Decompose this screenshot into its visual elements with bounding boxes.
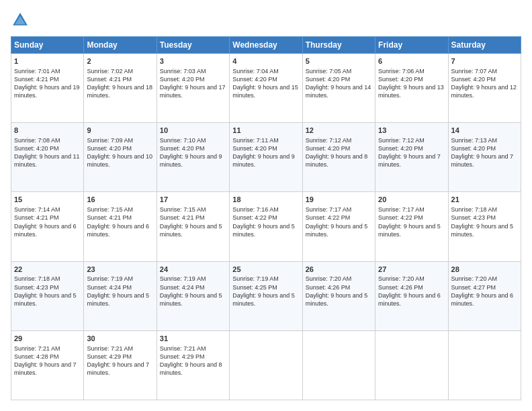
sunset: Sunset: 4:21 PM	[87, 76, 132, 83]
day-number: 13	[378, 126, 445, 136]
sunrise: Sunrise: 7:05 AM	[306, 68, 352, 75]
sunset: Sunset: 4:22 PM	[232, 214, 277, 221]
sunrise: Sunrise: 7:19 AM	[232, 275, 279, 282]
sunset: Sunset: 4:23 PM	[14, 284, 59, 291]
calendar-row: 29Sunrise: 7:21 AMSunset: 4:28 PMDayligh…	[11, 330, 521, 400]
daylight: Daylight: 9 hours and 19 minutes.	[14, 84, 80, 99]
day-number: 8	[14, 126, 81, 136]
calendar-cell: 28Sunrise: 7:20 AMSunset: 4:27 PMDayligh…	[448, 261, 521, 330]
day-number: 11	[232, 126, 299, 136]
sunrise: Sunrise: 7:07 AM	[451, 68, 498, 75]
daylight: Daylight: 9 hours and 15 minutes.	[232, 84, 298, 99]
sunrise: Sunrise: 7:16 AM	[232, 206, 279, 213]
calendar-cell	[448, 330, 521, 400]
sunset: Sunset: 4:21 PM	[160, 214, 205, 221]
daylight: Daylight: 9 hours and 9 minutes.	[160, 153, 222, 168]
day-number: 23	[87, 265, 153, 275]
calendar-cell: 20Sunrise: 7:17 AMSunset: 4:22 PMDayligh…	[375, 192, 448, 261]
calendar-cell	[230, 330, 302, 400]
daylight: Daylight: 9 hours and 7 minutes.	[451, 153, 514, 168]
calendar-cell: 16Sunrise: 7:15 AMSunset: 4:21 PMDayligh…	[84, 192, 157, 261]
day-number: 18	[232, 195, 299, 205]
sunset: Sunset: 4:22 PM	[306, 214, 351, 221]
sunset: Sunset: 4:20 PM	[14, 145, 59, 152]
calendar-cell: 24Sunrise: 7:19 AMSunset: 4:24 PMDayligh…	[157, 261, 229, 330]
col-header-friday: Friday	[375, 37, 448, 54]
sunrise: Sunrise: 7:21 AM	[14, 345, 60, 352]
sunset: Sunset: 4:24 PM	[87, 284, 132, 291]
day-number: 30	[87, 334, 153, 344]
sunrise: Sunrise: 7:09 AM	[87, 137, 133, 144]
sunrise: Sunrise: 7:04 AM	[232, 68, 279, 75]
day-number: 21	[451, 195, 518, 205]
sunset: Sunset: 4:28 PM	[14, 353, 59, 360]
daylight: Daylight: 9 hours and 11 minutes.	[14, 153, 80, 168]
day-number: 12	[306, 126, 372, 136]
calendar-row: 22Sunrise: 7:18 AMSunset: 4:23 PMDayligh…	[11, 261, 521, 330]
sunrise: Sunrise: 7:13 AM	[451, 137, 498, 144]
daylight: Daylight: 9 hours and 7 minutes.	[87, 361, 149, 376]
sunset: Sunset: 4:20 PM	[232, 145, 277, 152]
col-header-sunday: Sunday	[11, 37, 84, 54]
day-number: 24	[160, 265, 226, 275]
calendar-cell: 10Sunrise: 7:10 AMSunset: 4:20 PMDayligh…	[157, 123, 229, 192]
day-number: 3	[160, 56, 226, 66]
sunrise: Sunrise: 7:01 AM	[14, 68, 60, 75]
calendar-cell	[375, 330, 448, 400]
sunrise: Sunrise: 7:12 AM	[378, 137, 425, 144]
day-number: 10	[160, 126, 226, 136]
calendar-cell: 23Sunrise: 7:19 AMSunset: 4:24 PMDayligh…	[84, 261, 157, 330]
calendar-cell: 4Sunrise: 7:04 AMSunset: 4:20 PMDaylight…	[230, 54, 302, 123]
daylight: Daylight: 9 hours and 5 minutes.	[378, 223, 441, 238]
day-number: 25	[232, 265, 299, 275]
sunrise: Sunrise: 7:02 AM	[87, 68, 133, 75]
daylight: Daylight: 9 hours and 8 minutes.	[306, 153, 368, 168]
calendar-cell: 19Sunrise: 7:17 AMSunset: 4:22 PMDayligh…	[302, 192, 375, 261]
calendar-cell: 18Sunrise: 7:16 AMSunset: 4:22 PMDayligh…	[230, 192, 302, 261]
daylight: Daylight: 9 hours and 5 minutes.	[160, 292, 222, 307]
sunrise: Sunrise: 7:20 AM	[451, 275, 498, 282]
calendar-cell: 13Sunrise: 7:12 AMSunset: 4:20 PMDayligh…	[375, 123, 448, 192]
sunset: Sunset: 4:25 PM	[232, 284, 277, 291]
calendar-cell: 22Sunrise: 7:18 AMSunset: 4:23 PMDayligh…	[11, 261, 84, 330]
calendar-cell: 2Sunrise: 7:02 AMSunset: 4:21 PMDaylight…	[84, 54, 157, 123]
daylight: Daylight: 9 hours and 5 minutes.	[232, 292, 295, 307]
sunrise: Sunrise: 7:12 AM	[306, 137, 352, 144]
calendar-row: 8Sunrise: 7:08 AMSunset: 4:20 PMDaylight…	[11, 123, 521, 192]
col-header-wednesday: Wednesday	[230, 37, 302, 54]
calendar-cell: 3Sunrise: 7:03 AMSunset: 4:20 PMDaylight…	[157, 54, 229, 123]
sunrise: Sunrise: 7:08 AM	[14, 137, 60, 144]
daylight: Daylight: 9 hours and 6 minutes.	[378, 292, 441, 307]
calendar-cell: 17Sunrise: 7:15 AMSunset: 4:21 PMDayligh…	[157, 192, 229, 261]
daylight: Daylight: 9 hours and 7 minutes.	[378, 153, 441, 168]
daylight: Daylight: 9 hours and 5 minutes.	[87, 292, 149, 307]
day-number: 5	[306, 56, 372, 66]
calendar-cell: 6Sunrise: 7:06 AMSunset: 4:20 PMDaylight…	[375, 54, 448, 123]
daylight: Daylight: 9 hours and 8 minutes.	[160, 361, 222, 376]
calendar-cell: 14Sunrise: 7:13 AMSunset: 4:20 PMDayligh…	[448, 123, 521, 192]
sunrise: Sunrise: 7:19 AM	[160, 275, 206, 282]
daylight: Daylight: 9 hours and 9 minutes.	[232, 153, 295, 168]
calendar-cell: 11Sunrise: 7:11 AMSunset: 4:20 PMDayligh…	[230, 123, 302, 192]
day-number: 2	[87, 56, 153, 66]
calendar-cell: 9Sunrise: 7:09 AMSunset: 4:20 PMDaylight…	[84, 123, 157, 192]
sunset: Sunset: 4:20 PM	[160, 145, 205, 152]
daylight: Daylight: 9 hours and 14 minutes.	[306, 84, 371, 99]
sunrise: Sunrise: 7:18 AM	[14, 275, 60, 282]
sunset: Sunset: 4:20 PM	[378, 145, 423, 152]
sunset: Sunset: 4:29 PM	[87, 353, 132, 360]
daylight: Daylight: 9 hours and 5 minutes.	[232, 223, 295, 238]
calendar-cell: 5Sunrise: 7:05 AMSunset: 4:20 PMDaylight…	[302, 54, 375, 123]
calendar-cell: 25Sunrise: 7:19 AMSunset: 4:25 PMDayligh…	[230, 261, 302, 330]
page: SundayMondayTuesdayWednesdayThursdayFrid…	[0, 0, 532, 411]
calendar-cell: 31Sunrise: 7:21 AMSunset: 4:29 PMDayligh…	[157, 330, 229, 400]
col-header-saturday: Saturday	[448, 37, 521, 54]
sunset: Sunset: 4:24 PM	[160, 284, 205, 291]
sunrise: Sunrise: 7:21 AM	[87, 345, 133, 352]
sunrise: Sunrise: 7:14 AM	[14, 206, 60, 213]
logo	[11, 11, 32, 30]
sunset: Sunset: 4:21 PM	[14, 214, 59, 221]
sunset: Sunset: 4:20 PM	[160, 76, 205, 83]
sunset: Sunset: 4:29 PM	[160, 353, 205, 360]
sunrise: Sunrise: 7:18 AM	[451, 206, 498, 213]
